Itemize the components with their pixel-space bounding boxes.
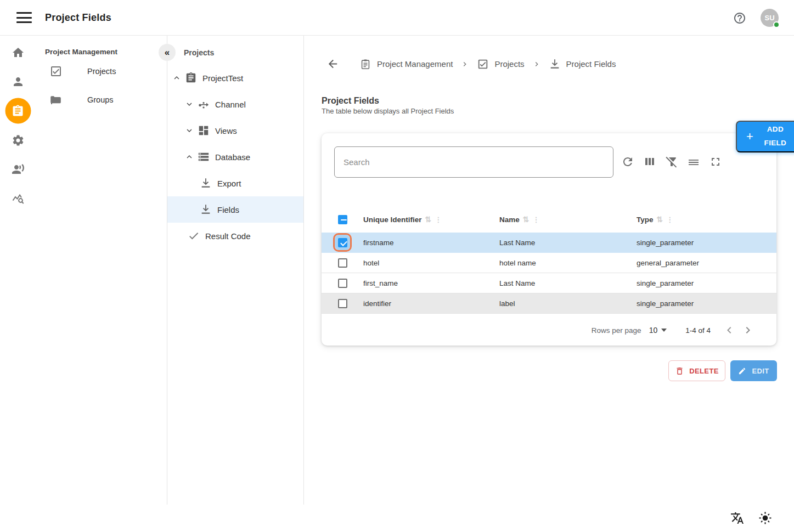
tree-item-label: Export <box>217 179 241 188</box>
cell-name: Last Name <box>499 239 637 247</box>
tree-item-result-code[interactable]: Result Code <box>167 223 303 249</box>
density-lines-icon[interactable] <box>687 155 700 168</box>
tree-item-export[interactable]: Export <box>167 170 303 196</box>
project-fields-table-card: Unique Identifier⇅⋮ Name⇅⋮ Type⇅⋮ firstn… <box>322 133 776 346</box>
edit-button[interactable]: EDIT <box>730 360 777 381</box>
app-title: Project Fields <box>45 12 111 24</box>
column-header-type: Type <box>637 216 654 224</box>
collapse-chevrons-icon: « <box>165 47 170 58</box>
chevron-down-icon[interactable] <box>184 99 194 109</box>
tree-item-views[interactable]: Views <box>167 117 303 144</box>
download-icon <box>200 177 212 189</box>
page-subtitle: The table below displays all Project Fie… <box>322 107 454 115</box>
chevron-right-icon <box>460 60 469 69</box>
online-status-dot <box>773 21 780 28</box>
chevron-up-icon[interactable] <box>184 152 194 162</box>
nav-panel-heading: Project Management <box>45 48 167 56</box>
cell-type: single_parameter <box>637 239 776 247</box>
table-row-first-name[interactable]: first_name Last Name single_parameter <box>322 273 776 293</box>
sidebar-item-projects[interactable]: Projects <box>36 58 167 84</box>
page-title: Project Fields <box>322 96 379 106</box>
database-storage-icon <box>198 151 210 163</box>
plus-icon: + <box>746 129 753 144</box>
column-header-unique-identifier: Unique Identifier <box>363 216 422 224</box>
cell-unique-identifier: identifier <box>363 299 499 308</box>
channel-mediation-icon <box>198 98 210 110</box>
collapse-panel-button[interactable]: « <box>159 44 176 61</box>
sort-icon[interactable]: ⇅ <box>523 215 530 224</box>
row-checkbox[interactable] <box>338 299 347 308</box>
page-range-label: 1-4 of 4 <box>685 326 711 335</box>
refresh-icon[interactable] <box>621 155 634 168</box>
cell-unique-identifier: firstname <box>363 239 499 247</box>
column-menu-icon[interactable]: ⋮ <box>533 216 540 224</box>
table-row-hotel[interactable]: hotel hotel name general_parameter <box>322 253 776 273</box>
main-content: Project Management Projects Project Fiel… <box>304 36 794 532</box>
tree-item-fields-selected[interactable]: Fields <box>167 196 303 223</box>
back-arrow-icon[interactable] <box>326 58 339 70</box>
trash-icon <box>675 366 684 376</box>
project-management-icon-active[interactable] <box>5 98 31 124</box>
cell-unique-identifier: first_name <box>363 279 499 287</box>
project-management-panel: Project Management Projects Groups <box>36 36 167 505</box>
column-menu-icon[interactable]: ⋮ <box>435 216 442 224</box>
settings-gear-icon[interactable] <box>7 129 29 151</box>
chevron-down-icon[interactable] <box>184 126 194 135</box>
breadcrumb-project-fields[interactable]: Project Fields <box>549 58 616 70</box>
tree-item-channel[interactable]: Channel <box>167 91 303 117</box>
translate-language-icon[interactable] <box>730 511 744 525</box>
row-checkbox[interactable] <box>338 279 347 288</box>
cell-unique-identifier: hotel <box>363 259 499 267</box>
tree-item-label: ProjectTest <box>202 73 243 83</box>
groups-folder-icon <box>49 93 63 106</box>
tree-item-projecttest[interactable]: ProjectTest <box>167 65 303 91</box>
search-input[interactable] <box>335 147 613 177</box>
chevron-up-icon[interactable] <box>172 73 182 83</box>
select-all-checkbox[interactable] <box>338 215 347 224</box>
user-avatar[interactable]: SU <box>761 9 779 27</box>
row-checkbox-checked[interactable] <box>338 238 347 247</box>
filter-off-icon[interactable] <box>665 155 678 168</box>
column-menu-icon[interactable]: ⋮ <box>666 216 673 224</box>
sort-icon[interactable]: ⇅ <box>425 215 432 224</box>
fullscreen-icon[interactable] <box>709 155 722 168</box>
table-header-row: Unique Identifier⇅⋮ Name⇅⋮ Type⇅⋮ <box>322 206 776 233</box>
delete-button[interactable]: DELETE <box>668 360 725 381</box>
hamburger-menu-icon[interactable] <box>16 12 32 23</box>
row-checkbox[interactable] <box>338 258 347 268</box>
tree-item-database[interactable]: Database <box>167 144 303 170</box>
sidebar-item-groups[interactable]: Groups <box>36 87 167 113</box>
clipboard-icon <box>185 72 197 84</box>
sort-icon[interactable]: ⇅ <box>657 215 663 224</box>
previous-page-icon[interactable] <box>723 324 736 337</box>
column-header-name: Name <box>499 216 520 224</box>
checkbox-check-icon <box>477 58 489 70</box>
user-icon[interactable] <box>7 71 29 93</box>
record-voice-icon[interactable] <box>7 159 29 180</box>
query-stats-icon[interactable] <box>7 188 29 210</box>
projects-tree-panel: Projects ProjectTest Channel Views Datab… <box>167 36 304 505</box>
rows-per-page-label: Rows per page <box>592 326 641 335</box>
rows-per-page-select[interactable]: 10 <box>649 326 667 335</box>
tree-panel-heading: Projects <box>184 48 303 57</box>
chevron-right-icon <box>532 60 541 69</box>
avatar-initials: SU <box>764 14 774 22</box>
home-icon[interactable] <box>7 42 29 64</box>
rows-per-page-value: 10 <box>649 326 658 335</box>
table-row-firstname[interactable]: firstname Last Name single_parameter <box>322 233 776 253</box>
add-field-button[interactable]: + ADD FIELD <box>736 121 794 152</box>
dropdown-caret-icon <box>661 329 667 332</box>
view-columns-icon[interactable] <box>643 155 656 168</box>
table-row-identifier[interactable]: identifier label single_parameter <box>322 293 776 314</box>
brightness-theme-icon[interactable] <box>758 511 772 525</box>
help-icon[interactable] <box>733 12 746 25</box>
tree-item-label: Channel <box>215 100 246 109</box>
tree-item-label: Views <box>215 126 237 135</box>
cell-name: hotel name <box>499 259 637 267</box>
breadcrumb-project-management[interactable]: Project Management <box>359 58 453 70</box>
top-app-bar: Project Fields SU <box>0 0 794 36</box>
breadcrumb-projects[interactable]: Projects <box>477 58 524 70</box>
sidebar-item-label: Projects <box>87 67 116 76</box>
tree-item-label: Result Code <box>205 231 251 241</box>
next-page-icon[interactable] <box>741 324 754 337</box>
